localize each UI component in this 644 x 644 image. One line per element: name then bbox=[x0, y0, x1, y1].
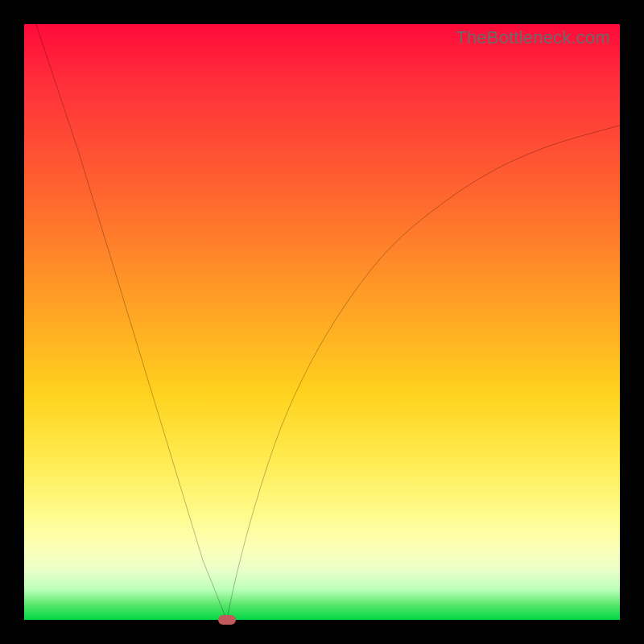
left-branch-path bbox=[36, 24, 227, 620]
plot-area: TheBottleneck.com bbox=[24, 24, 620, 620]
curve-layer bbox=[24, 24, 620, 620]
right-branch-path bbox=[227, 126, 620, 620]
min-marker bbox=[218, 615, 236, 625]
chart-frame: TheBottleneck.com bbox=[0, 0, 644, 644]
